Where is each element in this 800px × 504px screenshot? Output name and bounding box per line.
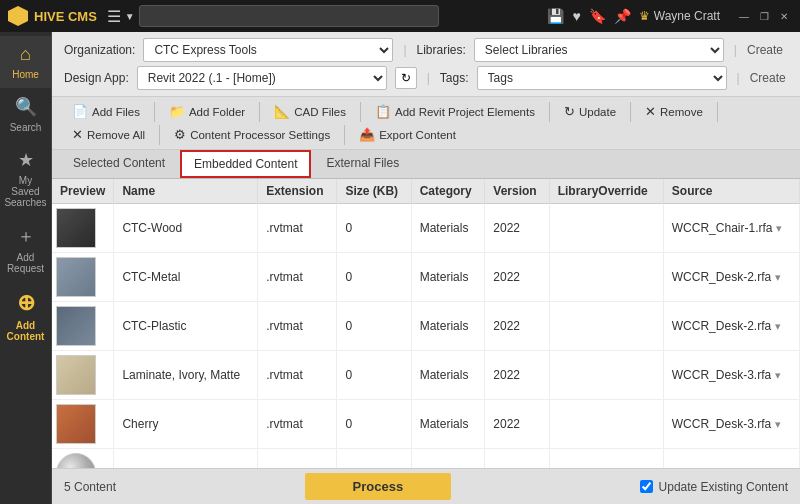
- table-row: CTC-Plastic .rvtmat 0 Materials 2022 WCC…: [52, 302, 800, 351]
- tab-selected-content[interactable]: Selected Content: [60, 150, 178, 178]
- heart-icon[interactable]: ♥: [572, 8, 580, 24]
- name-cell-4: Cherry: [114, 400, 258, 449]
- menu-icon[interactable]: ☰: [107, 7, 121, 26]
- main-content: Organization: CTC Express Tools | Librar…: [52, 32, 800, 504]
- content-processor-button[interactable]: ⚙ Content Processor Settings: [166, 124, 338, 145]
- library-override-cell-2: [549, 302, 663, 351]
- sidebar-item-add-content[interactable]: ⊕ Add Content: [0, 282, 51, 350]
- bookmark-icon[interactable]: 🔖: [589, 8, 606, 24]
- update-existing-checkbox[interactable]: [640, 480, 653, 493]
- remove-all-label: Remove All: [87, 129, 145, 141]
- chevron-down-icon[interactable]: ▼: [125, 11, 135, 22]
- app-name: HIVE CMS: [34, 9, 97, 24]
- add-revit-button[interactable]: 📋 Add Revit Project Elements: [367, 101, 543, 122]
- tags-select[interactable]: Tags: [477, 66, 727, 90]
- window-controls: — ❐ ✕: [736, 8, 792, 24]
- preview-cell-1: [52, 253, 114, 302]
- version-cell-1: 2022: [485, 253, 549, 302]
- hive-icon: [8, 6, 28, 26]
- source-cell-4: WCCR_Desk-3.rfa ▾: [663, 400, 799, 449]
- add-folder-icon: 📁: [169, 104, 185, 119]
- size-cell-5: 0: [337, 449, 411, 469]
- table-container: Preview Name Extension Size (KB) Categor…: [52, 179, 800, 468]
- col-category: Category: [411, 179, 485, 204]
- category-cell-0: Materials: [411, 204, 485, 253]
- table-header-row: Preview Name Extension Size (KB) Categor…: [52, 179, 800, 204]
- add-folder-label: Add Folder: [189, 106, 245, 118]
- pin-icon[interactable]: 📌: [614, 8, 631, 24]
- toolbar-sep-4: [549, 102, 550, 122]
- col-library-override: LibraryOverride: [549, 179, 663, 204]
- title-bar: HIVE CMS ☰ ▼ 💾 ♥ 🔖 📌 ♛ Wayne Cratt — ❐ ✕: [0, 0, 800, 32]
- tab-embedded-content[interactable]: Embedded Content: [180, 150, 311, 178]
- sidebar-item-request-label: Add Request: [4, 252, 47, 274]
- library-override-cell-4: [549, 400, 663, 449]
- tags-label: Tags:: [440, 71, 469, 85]
- source-value-1: WCCR_Desk-2.rfa: [672, 270, 771, 284]
- source-cell-3: WCCR_Desk-3.rfa ▾: [663, 351, 799, 400]
- toolbar-sep-5: [630, 102, 631, 122]
- preview-thumb-4: [56, 404, 96, 444]
- design-app-select[interactable]: Revit 2022 (.1 - [Home]): [137, 66, 387, 90]
- extension-cell-4: .rvtmat: [258, 400, 337, 449]
- preview-thumb-2: [56, 306, 96, 346]
- save-icon[interactable]: 💾: [547, 8, 564, 24]
- app-logo: HIVE CMS: [8, 6, 97, 26]
- tab-external-files[interactable]: External Files: [313, 150, 412, 178]
- app-row: Design App: Revit 2022 (.1 - [Home]) ↻ |…: [64, 66, 788, 90]
- extension-cell-1: .rvtmat: [258, 253, 337, 302]
- process-button[interactable]: Process: [305, 473, 452, 500]
- add-files-button[interactable]: 📄 Add Files: [64, 101, 148, 122]
- crown-icon: ♛: [639, 9, 650, 23]
- category-cell-1: Materials: [411, 253, 485, 302]
- source-value-2: WCCR_Desk-2.rfa: [672, 319, 771, 333]
- remove-button[interactable]: ✕ Remove: [637, 101, 711, 122]
- toolbar-sep-1: [154, 102, 155, 122]
- version-cell-0: 2022: [485, 204, 549, 253]
- version-cell-3: 2022: [485, 351, 549, 400]
- update-existing-label: Update Existing Content: [659, 480, 788, 494]
- add-files-icon: 📄: [72, 104, 88, 119]
- maximize-btn[interactable]: ❐: [756, 8, 772, 24]
- close-btn[interactable]: ✕: [776, 8, 792, 24]
- name-cell-0: CTC-Wood: [114, 204, 258, 253]
- sidebar-item-add-request[interactable]: ＋ Add Request: [0, 216, 51, 282]
- update-icon: ↻: [564, 104, 575, 119]
- app-layout: ⌂ Home 🔍 Search ★ My Saved Searches ＋ Ad…: [0, 32, 800, 504]
- add-folder-button[interactable]: 📁 Add Folder: [161, 101, 253, 122]
- name-cell-1: CTC-Metal: [114, 253, 258, 302]
- title-bar-actions: 💾 ♥ 🔖 📌 ♛ Wayne Cratt — ❐ ✕: [547, 8, 792, 24]
- source-dropdown-2[interactable]: ▾: [775, 320, 781, 333]
- org-row: Organization: CTC Express Tools | Librar…: [64, 38, 788, 62]
- create-tags-link[interactable]: Create: [750, 71, 786, 85]
- export-content-label: Export Content: [379, 129, 456, 141]
- sidebar-item-search[interactable]: 🔍 Search: [0, 88, 51, 141]
- org-select[interactable]: CTC Express Tools: [143, 38, 393, 62]
- preview-cell-2: [52, 302, 114, 351]
- source-dropdown-3[interactable]: ▾: [775, 369, 781, 382]
- source-cell-5: WCCR_Desk-3.rfa ▾: [663, 449, 799, 469]
- user-name: Wayne Cratt: [654, 9, 720, 23]
- source-dropdown-0[interactable]: ▾: [776, 222, 782, 235]
- source-dropdown-1[interactable]: ▾: [775, 271, 781, 284]
- content-processor-icon: ⚙: [174, 127, 186, 142]
- remove-label: Remove: [660, 106, 703, 118]
- search-input[interactable]: [139, 5, 439, 27]
- export-content-button[interactable]: 📤 Export Content: [351, 124, 464, 145]
- extension-cell-3: .rvtmat: [258, 351, 337, 400]
- libraries-select[interactable]: Select Libraries: [474, 38, 724, 62]
- minimize-btn[interactable]: —: [736, 8, 752, 24]
- add-revit-label: Add Revit Project Elements: [395, 106, 535, 118]
- refresh-button[interactable]: ↻: [395, 67, 417, 89]
- preview-cell-0: [52, 204, 114, 253]
- create-libraries-link[interactable]: Create: [747, 43, 783, 57]
- source-cell-1: WCCR_Desk-2.rfa ▾: [663, 253, 799, 302]
- extension-cell-0: .rvtmat: [258, 204, 337, 253]
- update-button[interactable]: ↻ Update: [556, 101, 624, 122]
- source-dropdown-4[interactable]: ▾: [775, 418, 781, 431]
- cad-files-button[interactable]: 📐 CAD Files: [266, 101, 354, 122]
- tab-embedded-content-label: Embedded Content: [194, 157, 297, 171]
- sidebar-item-home[interactable]: ⌂ Home: [0, 36, 51, 88]
- remove-all-button[interactable]: ✕ Remove All: [64, 124, 153, 145]
- sidebar-item-saved-searches[interactable]: ★ My Saved Searches: [0, 141, 51, 216]
